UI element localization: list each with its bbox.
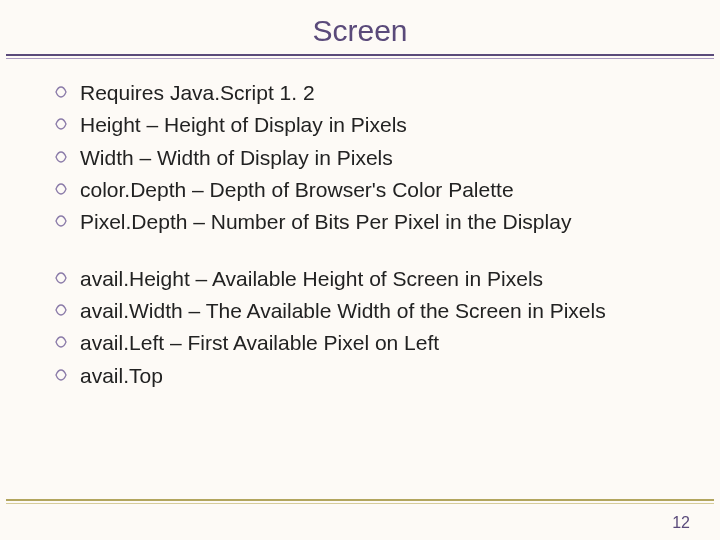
bullet-icon [54, 150, 68, 164]
bullet-icon [54, 271, 68, 285]
list-item-text: avail.Width – The Available Width of the… [80, 297, 690, 325]
list-item: Requires Java.Script 1. 2 [54, 79, 690, 107]
list-item-text: Requires Java.Script 1. 2 [80, 79, 690, 107]
slide-content: Requires Java.Script 1. 2 Height – Heigh… [0, 61, 720, 390]
list-item-text: Height – Height of Display in Pixels [80, 111, 690, 139]
list-item: avail.Left – First Available Pixel on Le… [54, 329, 690, 357]
title-rule [6, 54, 714, 56]
title-rule-thin [6, 58, 714, 59]
list-item-text: Width – Width of Display in Pixels [80, 144, 690, 172]
slide-title: Screen [0, 0, 720, 54]
bullet-icon [54, 214, 68, 228]
list-item: avail.Top [54, 362, 690, 390]
list-item: Height – Height of Display in Pixels [54, 111, 690, 139]
list-item: color.Depth – Depth of Browser's Color P… [54, 176, 690, 204]
footer-rule-bar [6, 499, 714, 501]
list-item-text: avail.Left – First Available Pixel on Le… [80, 329, 690, 357]
bullet-group-1: Requires Java.Script 1. 2 Height – Heigh… [54, 79, 690, 237]
list-item: avail.Width – The Available Width of the… [54, 297, 690, 325]
list-item: avail.Height – Available Height of Scree… [54, 265, 690, 293]
page-number: 12 [672, 514, 690, 532]
bullet-icon [54, 368, 68, 382]
slide: Screen Requires Java.Script 1. 2 Height … [0, 0, 720, 540]
list-item-text: avail.Height – Available Height of Scree… [80, 265, 690, 293]
bullet-icon [54, 335, 68, 349]
list-item-text: avail.Top [80, 362, 690, 390]
bullet-group-2: avail.Height – Available Height of Scree… [54, 265, 690, 390]
footer-rule-bar-thin [6, 503, 714, 504]
footer-rule [6, 499, 714, 506]
bullet-icon [54, 303, 68, 317]
bullet-icon [54, 182, 68, 196]
bullet-icon [54, 117, 68, 131]
list-item: Pixel.Depth – Number of Bits Per Pixel i… [54, 208, 690, 236]
list-item-text: Pixel.Depth – Number of Bits Per Pixel i… [80, 208, 690, 236]
list-item-text: color.Depth – Depth of Browser's Color P… [80, 176, 690, 204]
bullet-icon [54, 85, 68, 99]
list-item: Width – Width of Display in Pixels [54, 144, 690, 172]
